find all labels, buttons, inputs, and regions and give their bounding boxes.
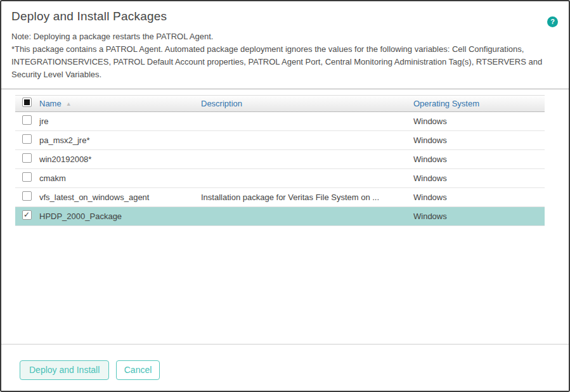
dialog-header: Deploy and Install Packages ? Note: Depl… [1, 1, 569, 81]
note-patrol-agent-details: *This package contains a PATROL Agent. A… [11, 43, 557, 81]
package-name: HPDP_2000_Package [39, 212, 201, 221]
package-os: Windows [413, 212, 545, 221]
row-checkbox[interactable] [22, 153, 32, 163]
select-all-checkbox[interactable] [22, 98, 32, 107]
package-description: Installation package for Veritas File Sy… [201, 193, 413, 202]
column-header-os[interactable]: Operating System [413, 99, 545, 108]
row-checkbox[interactable] [22, 210, 32, 220]
row-checkbox[interactable] [22, 134, 32, 144]
sort-asc-icon: ▲ [66, 101, 72, 107]
package-os: Windows [413, 117, 545, 126]
package-os: Windows [413, 193, 545, 202]
table-header-row: Name▲ Description Operating System [15, 95, 545, 112]
dialog-footer: Deploy and Install Cancel [1, 344, 569, 391]
table-row[interactable]: HPDP_2000_Package Windows [15, 207, 545, 226]
table-row[interactable]: win20192008* Windows [15, 150, 545, 169]
column-header-description[interactable]: Description [201, 99, 413, 108]
table-row[interactable]: vfs_latest_on_windows_agent Installation… [15, 188, 545, 207]
dialog-title: Deploy and Install Packages [11, 9, 559, 23]
row-checkbox[interactable] [22, 172, 32, 182]
row-checkbox[interactable] [22, 191, 32, 201]
deploy-install-dialog: Deploy and Install Packages ? Note: Depl… [0, 0, 570, 392]
column-header-name[interactable]: Name▲ [39, 99, 201, 108]
package-name: win20192008* [39, 155, 201, 164]
cancel-button[interactable]: Cancel [116, 360, 160, 380]
package-name: jre [39, 117, 201, 126]
package-os: Windows [413, 174, 545, 183]
note-restart-warning: Note: Deploying a package restarts the P… [11, 30, 557, 43]
package-name: vfs_latest_on_windows_agent [39, 193, 201, 202]
package-name: pa_msx2_jre* [39, 136, 201, 145]
table-row[interactable]: cmakm Windows [15, 169, 545, 188]
table-row[interactable]: pa_msx2_jre* Windows [15, 131, 545, 150]
package-os: Windows [413, 155, 545, 164]
deploy-and-install-button[interactable]: Deploy and Install [20, 360, 109, 380]
package-os: Windows [413, 136, 545, 145]
packages-table: Name▲ Description Operating System jre W… [15, 95, 545, 226]
header-divider [1, 89, 569, 89]
help-icon[interactable]: ? [547, 16, 558, 27]
row-checkbox[interactable] [22, 115, 32, 125]
package-name: cmakm [39, 174, 201, 183]
table-row[interactable]: jre Windows [15, 112, 545, 131]
dialog-notes: Note: Deploying a package restarts the P… [11, 30, 557, 81]
